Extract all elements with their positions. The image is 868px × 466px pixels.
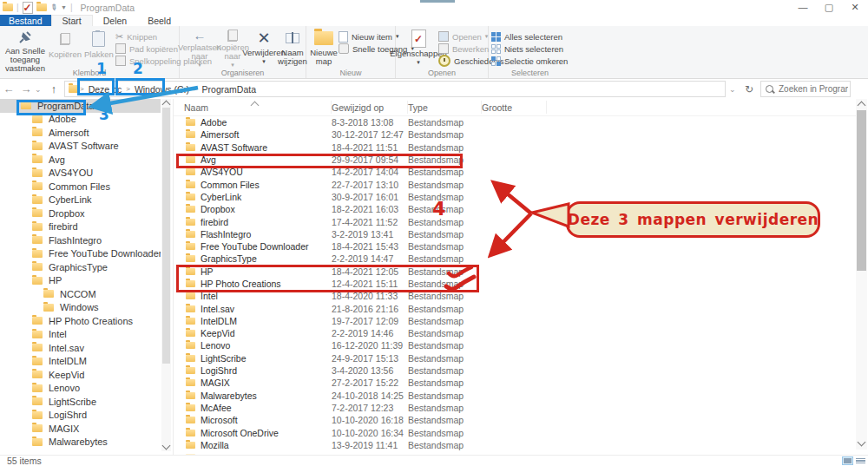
column-header-type[interactable]: Type	[408, 101, 482, 114]
thumbnail-view-button[interactable]	[855, 456, 866, 465]
new-folder-button[interactable]: Nieuwe map	[309, 28, 339, 68]
qat-customize-chevron-icon[interactable]: ▼	[61, 4, 67, 10]
file-row[interactable]: McAfee 7-2-2017 12:23 Bestandsmap	[174, 402, 856, 414]
search-box[interactable]	[760, 81, 851, 97]
sidebar-tree-item[interactable]: AVS4YOU	[0, 167, 161, 180]
list-scrollbar[interactable]	[856, 99, 867, 450]
file-row[interactable]: Free YouTube Downloader 18-4-2021 15:43 …	[174, 240, 856, 253]
breadcrumb[interactable]: > Deze pc > Windows (C:) > ProgramData	[64, 81, 726, 97]
sidebar-tree-item[interactable]: LogiShrd	[0, 409, 161, 423]
sidebar-tree-item[interactable]: Avg	[0, 153, 161, 167]
list-scrollbar-thumb[interactable]	[857, 110, 866, 271]
file-row[interactable]: AVAST Software 18-4-2021 11:51 Bestandsm…	[174, 141, 856, 154]
file-row[interactable]: AVS4YOU 14-2-2017 14:04 Bestandsmap	[174, 166, 856, 178]
file-row[interactable]: IntelDLM 19-7-2017 12:09 Bestandsmap	[174, 315, 856, 327]
file-row[interactable]: firebird 17-4-2021 11:52 Bestandsmap	[174, 215, 856, 227]
pin-to-quick-access-button[interactable]: Aan Snelle toegang vastmaken	[3, 28, 48, 68]
scroll-down-icon[interactable]	[162, 442, 171, 450]
file-row[interactable]: FlashIntegro 3-2-2019 13:41 Bestandsmap	[174, 228, 856, 240]
file-row[interactable]: HP Photo Creations 12-4-2021 15:11 Besta…	[174, 278, 856, 290]
sidebar-tree-item[interactable]: MAGIX	[0, 422, 161, 436]
invert-selection-button[interactable]: Selectie omkeren	[491, 55, 568, 67]
breadcrumb-deze-pc[interactable]: Deze pc	[85, 84, 126, 95]
minimize-button[interactable]: —	[797, 2, 809, 12]
move-to-button[interactable]: ← Verplaatsen naar▾	[182, 28, 217, 68]
select-all-button[interactable]: Alles selecteren	[491, 30, 568, 43]
scroll-up-icon[interactable]	[858, 102, 866, 110]
column-header-grootte[interactable]: Grootte	[482, 101, 547, 114]
select-none-button[interactable]: Niets selecteren	[491, 43, 568, 55]
scroll-down-icon[interactable]	[858, 438, 866, 447]
tab-start[interactable]: Start	[51, 15, 93, 26]
sidebar-tree-item[interactable]: firebird	[0, 220, 161, 234]
sidebar-tree-item[interactable]: LightScribe	[0, 395, 161, 409]
file-row[interactable]: CyberLink 30-9-2017 16:01 Bestandsmap	[174, 191, 856, 203]
sidebar-tree-item[interactable]: KeepVid	[0, 368, 161, 382]
sidebar-tree-item[interactable]: ProgramData	[0, 99, 161, 113]
file-row[interactable]: Microsoft OneDrive 10-10-2020 16:34 Best…	[174, 426, 856, 438]
sidebar-tree-item[interactable]: HP Photo Creations	[0, 314, 161, 328]
tree-scrollbar[interactable]	[161, 99, 171, 451]
sidebar-tree-item[interactable]: AVAST Software	[0, 140, 161, 154]
file-row[interactable]: Intel 18-4-2020 11:33 Bestandsmap	[174, 290, 856, 302]
sidebar-tree-item[interactable]: Free YouTube Downloader	[0, 247, 161, 261]
history-dropdown-icon[interactable]: ⌄	[35, 85, 45, 94]
address-dropdown-icon[interactable]: ⌄	[729, 85, 740, 94]
paste-button[interactable]: Plakken	[82, 28, 115, 68]
close-button[interactable]: ✕	[849, 2, 861, 13]
sidebar-tree-item[interactable]: HP	[0, 274, 161, 288]
search-input[interactable]	[777, 83, 850, 95]
file-row[interactable]: Lenovo 16-12-2020 11:39 Bestandsmap	[174, 339, 856, 351]
file-row[interactable]: Microsoft 10-10-2020 16:18 Bestandsmap	[174, 414, 856, 426]
sidebar-tree-item[interactable]: FlashIntegro	[0, 233, 161, 247]
file-row[interactable]: LogiShrd 3-4-2020 13:56 Bestandsmap	[174, 364, 856, 377]
file-row[interactable]: Avg 29-9-2017 09:54 Bestandsmap	[174, 154, 856, 166]
breadcrumb-programdata[interactable]: ProgramData	[199, 84, 260, 95]
sidebar-tree-item[interactable]: Adobe	[0, 113, 161, 127]
back-button[interactable]: ←	[0, 82, 17, 95]
sidebar-tree-item[interactable]: Lenovo	[0, 382, 161, 396]
properties-button[interactable]: Eigenschappen▾	[398, 28, 438, 68]
file-type: Bestandsmap	[408, 180, 482, 190]
file-row[interactable]: KeepVid 2-2-2019 14:46 Bestandsmap	[174, 327, 856, 339]
file-row[interactable]: Intel.sav 21-8-2016 21:16 Bestandsmap	[174, 302, 856, 314]
sidebar-tree-item[interactable]: Windows	[0, 301, 161, 315]
tab-beeld[interactable]: Beeld	[137, 15, 181, 26]
forward-button[interactable]: →	[17, 82, 35, 95]
file-row[interactable]: HP 18-4-2021 12:05 Bestandsmap	[174, 266, 856, 278]
file-row[interactable]: Dropbox 18-2-2021 16:03 Bestandsmap	[174, 203, 856, 215]
copy-button[interactable]: Kopiëren	[48, 28, 82, 68]
sidebar-tree-item[interactable]: Intel.sav	[0, 341, 161, 355]
new-folder-qat-icon[interactable]	[36, 3, 47, 11]
file-row[interactable]: Aimersoft 30-12-2017 12:47 Bestandsmap	[174, 128, 856, 141]
properties-qat-icon[interactable]	[23, 2, 33, 14]
tab-delen[interactable]: Delen	[93, 15, 137, 26]
file-row[interactable]: GraphicsType 2-2-2019 14:47 Bestandsmap	[174, 253, 856, 265]
maximize-button[interactable]: ▢	[823, 2, 835, 13]
tree-scrollbar-thumb[interactable]	[162, 108, 170, 364]
pin-icon[interactable]: ✎	[48, 2, 59, 14]
up-button[interactable]: ↑	[45, 82, 62, 95]
sidebar-tree-item[interactable]: Malwarebytes	[0, 436, 161, 450]
sidebar-tree-item[interactable]: Common Files	[0, 180, 161, 194]
sidebar-tree-item[interactable]: Intel	[0, 328, 161, 342]
file-row[interactable]: Malwarebytes 24-10-2018 14:25 Bestandsma…	[174, 390, 856, 402]
sidebar-tree-item[interactable]: Dropbox	[0, 207, 161, 220]
sidebar-tree-item[interactable]: NCCOM	[0, 287, 161, 301]
file-row[interactable]: MAGIX 27-2-2017 15:22 Bestandsmap	[174, 377, 856, 389]
sidebar-tree-item[interactable]: IntelDLM	[0, 355, 161, 369]
tab-bestand[interactable]: Bestand	[0, 15, 51, 26]
file-row[interactable]: LightScribe 24-9-2017 15:13 Bestandsmap	[174, 352, 856, 364]
column-header-gewijzigd-op[interactable]: Gewijzigd op	[332, 101, 408, 114]
rename-button[interactable]: Naam wijzigen	[279, 28, 306, 68]
sidebar-tree-item[interactable]: CyberLink	[0, 194, 161, 207]
refresh-icon[interactable]: ↻	[740, 83, 759, 95]
file-row[interactable]: Mozilla 13-9-2019 11:41 Bestandsmap	[174, 439, 856, 451]
file-row[interactable]: Adobe 8-3-2018 13:08 Bestandsmap	[174, 116, 856, 128]
details-view-button[interactable]	[842, 456, 853, 465]
breadcrumb-windows-c[interactable]: Windows (C:)	[131, 84, 193, 95]
file-row[interactable]: Common Files 22-7-2017 13:10 Bestandsmap	[174, 178, 856, 190]
sidebar-tree-item[interactable]: Aimersoft	[0, 126, 161, 140]
delete-button[interactable]: ✕ Verwijderen▾	[248, 28, 279, 68]
sidebar-tree-item[interactable]: GraphicsType	[0, 260, 161, 274]
